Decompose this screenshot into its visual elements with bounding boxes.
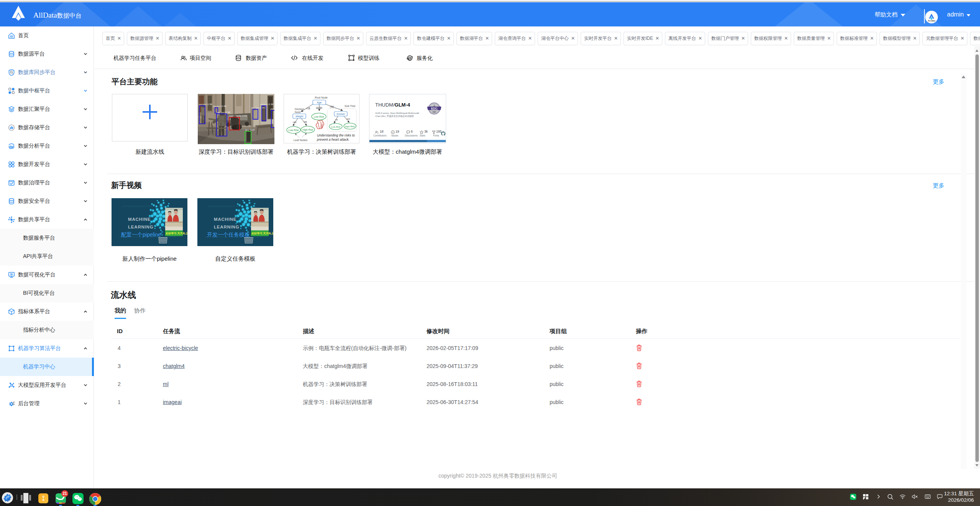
svg-text:High Risk: High Risk bbox=[302, 128, 314, 131]
svg-text:好好学习 天天向上: 好好学习 天天向上 bbox=[251, 232, 274, 235]
svg-text:Low Risk: Low Risk bbox=[331, 126, 341, 128]
svg-text:High Risk: High Risk bbox=[345, 125, 355, 128]
svg-text:Age: Age bbox=[317, 101, 322, 104]
svg-text:18-50: 18-50 bbox=[316, 107, 322, 109]
svg-text:ALLData: ALLData bbox=[928, 20, 935, 22]
svg-text:Root Node: Root Node bbox=[315, 96, 328, 99]
svg-text:Decision: Decision bbox=[295, 108, 304, 110]
svg-text:Understanding the risks to: Understanding the risks to bbox=[317, 133, 355, 137]
svg-text:Node: Node bbox=[295, 111, 301, 113]
svg-text:Low Risk: Low Risk bbox=[314, 115, 324, 118]
svg-text:no: no bbox=[335, 118, 338, 121]
svg-text:>60: >60 bbox=[303, 121, 307, 123]
svg-text:MACHINE: MACHINE bbox=[128, 217, 151, 222]
svg-text:LEARNING: LEARNING bbox=[128, 225, 153, 229]
svg-text:Weight: Weight bbox=[295, 115, 304, 118]
svg-text:Smoker: Smoker bbox=[337, 113, 345, 115]
svg-text:<60: <60 bbox=[292, 121, 297, 123]
svg-text:BI: BI bbox=[10, 273, 13, 276]
svg-text:Leaf Nodes: Leaf Nodes bbox=[294, 139, 307, 141]
svg-text:prevent a heart attack.: prevent a heart attack. bbox=[317, 138, 350, 141]
svg-text:LEARNING: LEARNING bbox=[214, 225, 239, 229]
svg-text:KEG: KEG bbox=[431, 107, 438, 110]
svg-text:Low Risk: Low Risk bbox=[289, 129, 299, 131]
svg-text:<18: <18 bbox=[306, 107, 310, 110]
svg-text:MACHINE: MACHINE bbox=[214, 217, 236, 222]
svg-text:Sub Tree: Sub Tree bbox=[345, 105, 356, 107]
svg-text:好好学习 天天向上: 好好学习 天天向上 bbox=[166, 232, 188, 235]
svg-text:yes: yes bbox=[346, 118, 350, 120]
svg-text:>50: >50 bbox=[330, 105, 334, 108]
